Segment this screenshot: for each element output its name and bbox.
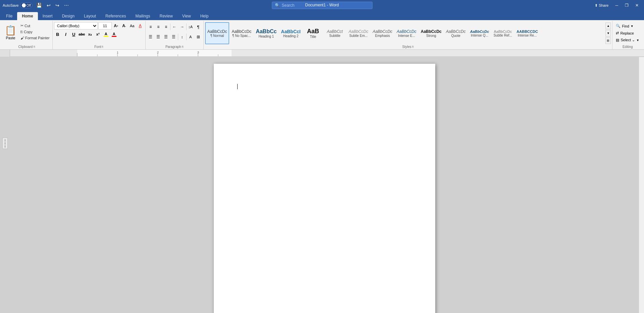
font-grow-button[interactable]: A+ bbox=[112, 22, 120, 30]
editing-group-label: Editing bbox=[614, 44, 641, 49]
tab-mailings[interactable]: Mailings bbox=[131, 12, 155, 20]
style-emphasis-preview: AaBbCcDc bbox=[373, 29, 392, 34]
borders-button[interactable]: ⊞ bbox=[195, 33, 202, 41]
style-subtitle[interactable]: AaBbCct Subtitle bbox=[324, 22, 346, 44]
minimize-button[interactable]: ─ bbox=[612, 0, 621, 11]
para-divider3 bbox=[178, 34, 178, 40]
text-highlight-button[interactable]: A bbox=[102, 31, 110, 38]
style-heading2[interactable]: AaBbCcI Heading 2 bbox=[279, 22, 302, 44]
replace-button[interactable]: ⇄ Replace bbox=[614, 30, 641, 36]
document-scroll-area[interactable] bbox=[10, 57, 639, 313]
tab-references[interactable]: References bbox=[101, 12, 131, 20]
close-button[interactable]: ✕ bbox=[633, 0, 641, 11]
autosave-toggle[interactable]: Off bbox=[20, 3, 32, 8]
select-button[interactable]: ▤ Select ⌄ ▼ bbox=[614, 37, 641, 43]
style-subtle-ref[interactable]: AaBbCcDc Subtle Ref... bbox=[491, 22, 514, 44]
paragraph-group: ≡ ≡ ≡ ← → ↕A ¶ ☰ ☰ ☰ ☰ ↕ A ⊞ bbox=[146, 21, 204, 49]
bullets-button[interactable]: ≡ bbox=[147, 23, 154, 31]
style-subtitle-preview: AaBbCct bbox=[327, 29, 343, 34]
change-case-button[interactable]: Aa bbox=[129, 22, 136, 30]
align-right-button[interactable]: ☰ bbox=[162, 33, 170, 41]
collapse-button[interactable]: | | | bbox=[2, 138, 8, 149]
style-strong[interactable]: AaBbCcDc Strong bbox=[419, 22, 444, 44]
style-quote[interactable]: AaBbCcDc Quote bbox=[444, 22, 468, 44]
styles-scroll-down[interactable]: ▼ bbox=[605, 30, 611, 37]
font-group-label[interactable]: Font ⎘ bbox=[54, 44, 144, 49]
tab-file[interactable]: File bbox=[1, 12, 17, 20]
multilevel-list-button[interactable]: ≡ bbox=[162, 23, 170, 31]
document-page[interactable] bbox=[214, 64, 435, 313]
undo-button[interactable]: ↩ bbox=[45, 2, 52, 9]
font-size-input[interactable] bbox=[98, 22, 112, 30]
format-painter-button[interactable]: 🖌 Format Painter bbox=[19, 35, 51, 41]
style-emphasis[interactable]: AaBbCcDc Emphasis bbox=[370, 22, 394, 44]
show-hide-button[interactable]: ¶ bbox=[195, 23, 202, 31]
line-spacing-button[interactable]: ↕ bbox=[179, 33, 186, 41]
search-bar[interactable]: 🔍 bbox=[272, 2, 373, 9]
paragraph-group-label[interactable]: Paragraph ⎘ bbox=[147, 44, 202, 49]
more-quick-access-button[interactable]: ⋯ bbox=[63, 2, 70, 9]
numbering-button[interactable]: ≡ bbox=[155, 23, 162, 31]
tab-layout[interactable]: Layout bbox=[79, 12, 101, 20]
style-title[interactable]: AaB Title bbox=[303, 22, 323, 44]
style-intense-ref[interactable]: AaBbCcDc Intense Re... bbox=[514, 22, 540, 44]
vertical-scrollbar[interactable] bbox=[639, 57, 644, 313]
style-subtle-em[interactable]: AaBbCcDc Subtle Em... bbox=[347, 22, 370, 44]
font-shrink-button[interactable]: A- bbox=[120, 22, 128, 30]
increase-indent-button[interactable]: → bbox=[179, 23, 186, 31]
redo-button[interactable]: ↪ bbox=[54, 2, 61, 9]
font-name-select[interactable]: Calibri (Body) bbox=[54, 22, 98, 30]
paste-button[interactable]: 📋 Paste bbox=[3, 22, 18, 42]
text-cursor bbox=[237, 84, 238, 89]
para-divider1 bbox=[170, 23, 170, 30]
autosave-label: AutoSave bbox=[3, 3, 19, 7]
styles-scroll-up[interactable]: ▲ bbox=[605, 22, 611, 29]
share-label: Share bbox=[599, 3, 608, 7]
bold-button[interactable]: B bbox=[54, 31, 61, 38]
tab-home[interactable]: Home bbox=[17, 12, 38, 20]
justify-button[interactable]: ☰ bbox=[170, 33, 178, 41]
align-center-button[interactable]: ☰ bbox=[155, 33, 162, 41]
style-intense-e[interactable]: AaBbCcDc Intense E... bbox=[395, 22, 418, 44]
superscript-button[interactable]: x² bbox=[94, 31, 102, 38]
shading-button[interactable]: A bbox=[187, 33, 194, 41]
font-color-bar bbox=[112, 36, 116, 37]
subscript-button[interactable]: x₂ bbox=[86, 31, 94, 38]
title-bar-left: AutoSave Off 💾 ↩ ↪ ⋯ bbox=[3, 2, 70, 9]
tab-insert[interactable]: Insert bbox=[38, 12, 57, 20]
style-quote-label: Quote bbox=[451, 34, 460, 38]
tab-design[interactable]: Design bbox=[57, 12, 79, 20]
clear-formatting-button[interactable]: A bbox=[137, 22, 144, 30]
style-title-label: Title bbox=[310, 35, 316, 39]
style-intense-q[interactable]: AaBbCcDc Intense Q... bbox=[468, 22, 491, 44]
tab-help[interactable]: Help bbox=[196, 12, 213, 20]
align-left-button[interactable]: ☰ bbox=[147, 33, 154, 41]
strikethrough-button[interactable]: abc bbox=[78, 31, 86, 38]
tab-view[interactable]: View bbox=[178, 12, 196, 20]
document-content[interactable] bbox=[237, 84, 412, 89]
style-emphasis-label: Emphasis bbox=[375, 34, 390, 38]
style-no-spacing[interactable]: AaBbCcDc ¶ No Spac... bbox=[230, 22, 253, 44]
styles-group-label[interactable]: Styles ⎘ bbox=[205, 44, 611, 49]
cut-button[interactable]: ✂ Cut bbox=[19, 23, 51, 29]
ruler-svg: 1 2 3 bbox=[10, 50, 644, 57]
decrease-indent-button[interactable]: ← bbox=[171, 23, 178, 31]
clipboard-group-label[interactable]: Clipboard ⎘ bbox=[3, 44, 51, 49]
left-margin: | | | bbox=[0, 57, 10, 313]
italic-button[interactable]: I bbox=[62, 31, 69, 38]
restore-button[interactable]: ❐ bbox=[622, 0, 631, 11]
underline-button[interactable]: U bbox=[70, 31, 78, 38]
save-button[interactable]: 💾 bbox=[35, 2, 43, 9]
sort-button[interactable]: ↕A bbox=[187, 23, 194, 31]
tab-review[interactable]: Review bbox=[155, 12, 177, 20]
share-button[interactable]: ⬆ Share bbox=[592, 0, 611, 11]
search-input[interactable] bbox=[282, 3, 349, 8]
style-heading1[interactable]: AaBbCc Heading 1 bbox=[254, 22, 279, 44]
search-icon: 🔍 bbox=[275, 3, 280, 8]
copy-button[interactable]: ⎘ Copy bbox=[19, 29, 51, 35]
styles-expand[interactable]: ⊞ bbox=[605, 37, 611, 44]
font-color-button[interactable]: A bbox=[110, 31, 118, 38]
find-button[interactable]: 🔍 Find ▼ bbox=[614, 23, 641, 29]
style-normal[interactable]: AaBbCcDc ¶ Normal bbox=[205, 22, 230, 44]
style-nospacing-label: ¶ No Spac... bbox=[232, 34, 251, 38]
